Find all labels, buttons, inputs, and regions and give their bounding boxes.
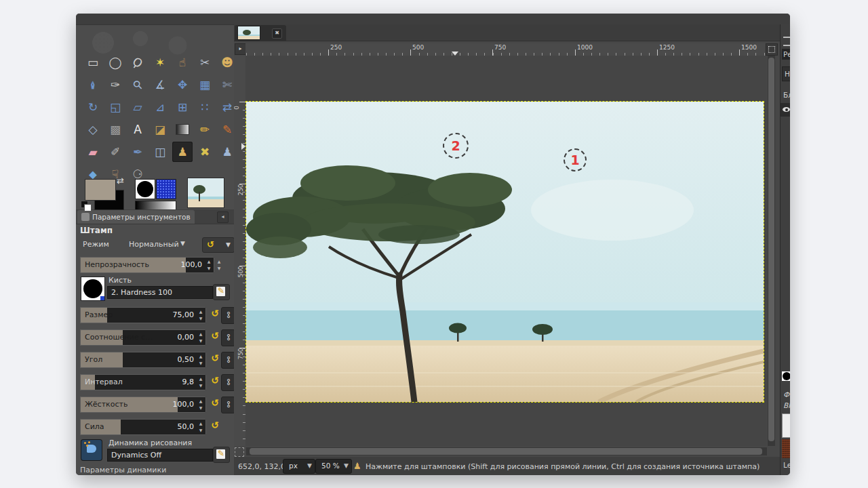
- Угол-slider[interactable]: Угол0,50▲▼: [80, 352, 206, 368]
- Соотношениес-slider-spinner[interactable]: ▲▼: [197, 331, 204, 344]
- Соотношениес-slider[interactable]: Соотношение с…0,00▲▼: [80, 329, 206, 346]
- brush-thumbnail[interactable]: [81, 277, 104, 300]
- navigation-button[interactable]: [766, 43, 778, 56]
- tool-pencil[interactable]: ✏: [195, 119, 215, 140]
- mode-switch-icon[interactable]: ▼: [226, 241, 231, 248]
- tool-unified-transform[interactable]: ⊞: [172, 97, 193, 117]
- reset-icon[interactable]: ↺: [209, 352, 221, 367]
- menu-bar[interactable]: [76, 14, 790, 25]
- restore-options-button[interactable]: ↺: [144, 474, 159, 475]
- tool-warp-transform[interactable]: ▩: [105, 119, 125, 140]
- tool-select-by-color[interactable]: ☝: [172, 52, 193, 73]
- tool-rotate[interactable]: ↻: [83, 97, 103, 117]
- active-brush-preview[interactable]: [136, 180, 155, 199]
- dynamics-name-field[interactable]: Dynamics Off: [107, 449, 213, 462]
- tool-shear[interactable]: ▱: [127, 97, 148, 117]
- tool-airbrush[interactable]: ✐: [105, 142, 125, 162]
- tab-tool-options[interactable]: Параметры инструментов: [77, 210, 195, 224]
- Сила-slider-spinner[interactable]: ▲▼: [197, 420, 204, 434]
- tool-heal[interactable]: ✖: [195, 142, 215, 162]
- tool-scissors-select[interactable]: ✂: [195, 52, 215, 73]
- opacity-slider[interactable]: Непрозрачность100,0▲▼: [80, 257, 214, 273]
- Интервал-slider-spinner[interactable]: ▲▼: [197, 375, 204, 389]
- tool-color-picker[interactable]: ✑: [105, 75, 125, 95]
- opacity-slider-value: 100,0: [181, 260, 203, 269]
- vertical-scrollbar[interactable]: [768, 56, 775, 446]
- tool-gradient[interactable]: [172, 119, 193, 140]
- default-colors-icon[interactable]: [81, 201, 92, 211]
- collapse-panel-button[interactable]: ◂: [217, 211, 229, 223]
- layer-row[interactable]: [781, 103, 790, 117]
- tool-rect-select[interactable]: ▭: [83, 52, 103, 73]
- tool-scale[interactable]: ◱: [105, 97, 125, 117]
- tool-fuzzy-select[interactable]: ✶: [150, 52, 170, 73]
- vertical-scrollbar-thumb[interactable]: [768, 58, 774, 441]
- mode-reset-icon[interactable]: ↺: [207, 239, 214, 249]
- zoom-dropdown[interactable]: 50 %▼: [315, 459, 352, 474]
- tool-free-select[interactable]: Ϙ: [127, 52, 148, 73]
- tool-bucket-fill[interactable]: ◪: [150, 119, 170, 140]
- link-to-brush-icon[interactable]: ⚯: [221, 307, 235, 324]
- tool-clone[interactable]: ♟: [172, 142, 193, 162]
- image-tab[interactable]: ✖: [235, 25, 286, 41]
- link-to-brush-icon[interactable]: ⚯: [221, 329, 235, 346]
- tool-ink[interactable]: ✒: [127, 142, 148, 162]
- tool-perspective[interactable]: ⊿: [150, 97, 170, 117]
- link-to-brush-icon[interactable]: ⚯: [221, 352, 235, 369]
- reset-icon[interactable]: ↺: [209, 397, 221, 412]
- horizontal-scrollbar[interactable]: [246, 447, 767, 455]
- tool-mypaint-brush[interactable]: ◫: [150, 142, 170, 162]
- tool-cage-transform[interactable]: ◇: [83, 119, 103, 140]
- Жёсткость-slider-spinner[interactable]: ▲▼: [197, 398, 204, 411]
- Размер-slider[interactable]: Размер75,00▲▼: [80, 307, 206, 323]
- reset-icon[interactable]: ↺: [209, 308, 221, 323]
- link-to-brush-icon[interactable]: ⚯: [221, 374, 235, 391]
- tool-measure[interactable]: ∡: [150, 75, 170, 95]
- active-pattern-preview[interactable]: [157, 180, 176, 199]
- Сила-slider[interactable]: Сила50,0▲▼: [80, 419, 206, 435]
- foreground-color-swatch[interactable]: [85, 180, 115, 200]
- clone-tool-icon: ♟: [353, 461, 361, 471]
- tool-eraser[interactable]: ▰: [83, 142, 103, 162]
- opacity-slider-spinner[interactable]: ▲▼: [205, 258, 212, 272]
- tool-align[interactable]: ▦: [195, 75, 215, 95]
- close-icon[interactable]: ✖: [272, 28, 282, 39]
- dynamics-options-expander[interactable]: Параметры динамики: [80, 466, 229, 474]
- reset-icon[interactable]: ↺: [209, 375, 221, 390]
- canvas-viewport[interactable]: 21: [245, 56, 767, 446]
- active-image-thumbnail[interactable]: [188, 178, 224, 207]
- tool-zoom[interactable]: ⚲: [127, 75, 148, 95]
- horizontal-scrollbar-thumb[interactable]: [250, 448, 762, 455]
- swap-colors-icon[interactable]: ⇄: [117, 176, 124, 186]
- delete-options-button[interactable]: ✖: [187, 474, 202, 475]
- reset-icon[interactable]: ↺: [209, 330, 221, 345]
- edit-brush-button[interactable]: ✎: [213, 284, 230, 300]
- link-to-brush-icon[interactable]: ⚯: [221, 396, 235, 413]
- brush-list-thumbnail[interactable]: [782, 371, 790, 381]
- tool-move[interactable]: ✥: [172, 75, 193, 95]
- layers-mode-dropdown[interactable]: Нормальный: [782, 66, 790, 81]
- reset-icon[interactable]: ↺: [209, 420, 221, 434]
- eye-icon[interactable]: [783, 107, 790, 112]
- save-options-button[interactable]: ⭳: [102, 474, 117, 475]
- opacity-spinner[interactable]: ▲▼: [216, 258, 222, 272]
- texture-list-item[interactable]: [782, 439, 790, 458]
- tool-ellipse-select[interactable]: ◯: [105, 52, 125, 73]
- tool-paths[interactable]: ✒: [83, 75, 103, 95]
- ruler-corner-button[interactable]: ▸: [235, 43, 246, 55]
- tool-handle-transform[interactable]: ∷: [195, 97, 215, 117]
- edit-dynamics-button[interactable]: ✎: [213, 447, 230, 463]
- Интервал-slider[interactable]: Интервал9,8▲▼: [80, 374, 206, 390]
- quick-mask-toggle[interactable]: [235, 447, 244, 457]
- Размер-slider-spinner[interactable]: ▲▼: [197, 308, 204, 322]
- image-canvas[interactable]: 21: [246, 102, 764, 402]
- brush-name-field[interactable]: 2. Hardness 100: [107, 286, 213, 299]
- chevron-down-icon[interactable]: ▼: [180, 240, 185, 247]
- dynamics-icon[interactable]: [81, 440, 102, 460]
- tool-text[interactable]: A: [127, 119, 148, 140]
- Угол-slider-spinner[interactable]: ▲▼: [197, 353, 204, 367]
- unit-dropdown[interactable]: px▼: [283, 459, 315, 474]
- brush-list-item[interactable]: [782, 413, 790, 438]
- mode-dropdown[interactable]: Нормальный: [129, 240, 179, 249]
- Жёсткость-slider[interactable]: Жёсткость100,0▲▼: [80, 396, 206, 413]
